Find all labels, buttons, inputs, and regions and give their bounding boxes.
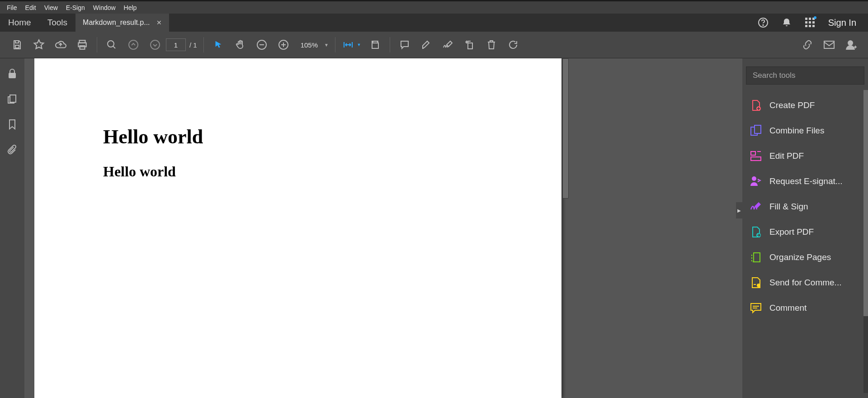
document-page[interactable]: Hello world Hello world <box>34 58 561 398</box>
tool-label: Organize Pages <box>769 252 831 262</box>
svg-rect-11 <box>15 45 19 48</box>
zoom-out-icon[interactable] <box>251 34 273 56</box>
lock-icon[interactable] <box>7 68 17 79</box>
menu-bar: File Edit View E-Sign Window Help <box>0 1 868 14</box>
page-total-label: / 1 <box>189 41 197 49</box>
tool-comment[interactable]: Comment <box>746 295 864 321</box>
email-icon[interactable] <box>818 34 840 56</box>
svg-rect-6 <box>809 21 811 24</box>
tools-scrollbar-thumb[interactable] <box>863 90 868 316</box>
menu-help[interactable]: Help <box>120 4 141 11</box>
tool-create-pdf[interactable]: Create PDF <box>746 93 864 118</box>
expand-right-icon[interactable]: ▶ <box>736 202 742 218</box>
fill-sign-icon <box>750 200 762 213</box>
close-tab-icon[interactable]: ✕ <box>156 19 162 26</box>
svg-point-35 <box>757 284 760 287</box>
svg-rect-9 <box>809 25 811 27</box>
tool-send-for-comments[interactable]: Send for Comme... <box>746 270 864 295</box>
tool-organize-pages[interactable]: Organize Pages <box>746 245 864 270</box>
tool-label: Combine Files <box>769 126 824 136</box>
svg-rect-3 <box>809 18 811 20</box>
tab-bar: Home Tools Markdown_result.p... ✕ Sign I… <box>0 14 868 32</box>
highlight-icon[interactable] <box>415 34 437 56</box>
zoom-in-icon[interactable] <box>273 34 294 56</box>
hand-tool-icon[interactable] <box>229 34 251 56</box>
tool-label: Request E-signat... <box>769 176 843 186</box>
zoom-dropdown[interactable]: 105% ▼ <box>294 38 331 52</box>
page-up-icon[interactable] <box>123 34 144 56</box>
zoom-value: 105% <box>301 41 318 49</box>
search-tools-placeholder: Search tools <box>753 71 796 80</box>
comment-icon[interactable] <box>394 34 415 56</box>
tool-label: Create PDF <box>769 100 815 110</box>
vertical-scrollbar[interactable] <box>562 58 569 199</box>
tool-export-pdf[interactable]: Export PDF <box>746 219 864 245</box>
svg-rect-5 <box>805 21 807 24</box>
svg-rect-7 <box>812 21 815 24</box>
svg-rect-24 <box>9 73 16 78</box>
help-icon[interactable] <box>758 17 769 28</box>
menu-esign[interactable]: E-Sign <box>62 4 89 11</box>
svg-point-23 <box>848 40 853 46</box>
menu-view[interactable]: View <box>40 4 62 11</box>
menu-file[interactable]: File <box>3 4 21 11</box>
tool-label: Fill & Sign <box>769 202 808 212</box>
delete-icon[interactable] <box>481 34 502 56</box>
cloud-upload-icon[interactable] <box>50 34 71 56</box>
attachment-icon[interactable] <box>7 144 17 155</box>
svg-rect-30 <box>751 152 755 155</box>
bookmark-icon[interactable] <box>8 119 16 130</box>
svg-point-1 <box>763 25 764 26</box>
tools-panel: Search tools Create PDF Combine Files Ed… <box>742 58 868 398</box>
document-heading-2: Hello world <box>103 163 176 180</box>
tool-combine-files[interactable]: Combine Files <box>746 118 864 143</box>
sign-icon[interactable] <box>437 34 459 56</box>
left-sidebar: ◀ <box>0 58 24 398</box>
edit-pdf-icon <box>750 150 762 162</box>
organize-pages-icon <box>750 251 762 264</box>
tab-home[interactable]: Home <box>0 14 39 32</box>
menu-window[interactable]: Window <box>89 4 120 11</box>
svg-rect-34 <box>754 253 760 262</box>
tab-tools[interactable]: Tools <box>39 14 75 32</box>
svg-point-32 <box>752 176 756 181</box>
tool-edit-pdf[interactable]: Edit PDF <box>746 143 864 169</box>
app-grid-icon[interactable] <box>805 17 816 28</box>
save-icon[interactable] <box>6 34 28 56</box>
notifications-icon[interactable] <box>781 17 792 28</box>
fit-width-icon[interactable]: ▼ <box>339 34 364 56</box>
tool-request-esignatures[interactable]: Request E-signat... <box>746 169 864 194</box>
menu-edit[interactable]: Edit <box>21 4 40 11</box>
rotate-page-icon[interactable] <box>459 34 481 56</box>
document-tab-label: Markdown_result.p... <box>83 19 150 27</box>
svg-rect-20 <box>372 43 378 48</box>
document-heading-1: Hello world <box>103 125 203 148</box>
tool-label: Send for Comme... <box>769 278 841 288</box>
svg-rect-8 <box>805 25 807 27</box>
svg-rect-28 <box>755 125 761 133</box>
selection-tool-icon[interactable] <box>208 34 229 56</box>
find-icon[interactable] <box>101 34 123 56</box>
rotate-view-icon[interactable] <box>502 34 524 56</box>
svg-point-16 <box>129 40 138 49</box>
svg-rect-21 <box>468 43 472 49</box>
document-tab[interactable]: Markdown_result.p... ✕ <box>75 14 169 32</box>
page-display-icon[interactable] <box>364 34 386 56</box>
star-icon[interactable] <box>28 34 50 56</box>
svg-point-17 <box>151 40 160 49</box>
thumbnails-icon[interactable] <box>7 94 18 104</box>
search-tools-input[interactable]: Search tools <box>746 66 864 85</box>
svg-rect-31 <box>751 157 761 161</box>
tool-fill-sign[interactable]: Fill & Sign <box>746 194 864 219</box>
svg-rect-10 <box>812 25 815 27</box>
sign-in-button[interactable]: Sign In <box>828 18 856 28</box>
share-people-icon[interactable] <box>840 34 862 56</box>
workspace: ◀ Hello world Hello world ▶ Search tools… <box>0 58 868 398</box>
chevron-down-icon: ▼ <box>324 43 329 47</box>
print-icon[interactable] <box>71 34 93 56</box>
export-pdf-icon <box>750 226 762 238</box>
share-link-icon[interactable] <box>797 34 818 56</box>
send-comments-icon <box>750 276 762 289</box>
page-down-icon[interactable] <box>144 34 166 56</box>
page-number-input[interactable] <box>166 38 186 51</box>
